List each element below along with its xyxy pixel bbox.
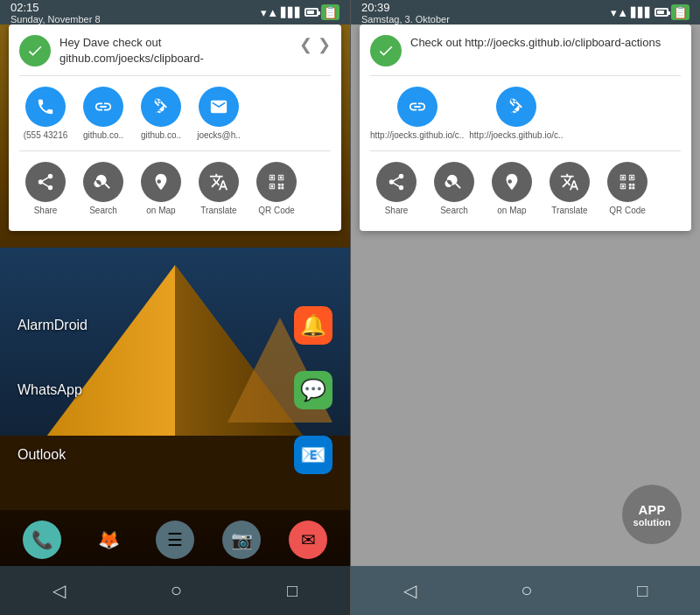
prev-arrow[interactable]: ❮ xyxy=(299,35,312,54)
svg-rect-14 xyxy=(278,184,281,186)
shortcut-phone[interactable]: (555 43216 xyxy=(19,87,72,140)
app-row-outlook[interactable]: Outlook 📧 xyxy=(18,436,350,474)
right-shortcut-link1[interactable]: http://joecks.github.io/c.. xyxy=(370,87,464,140)
right-search-circle[interactable] xyxy=(434,162,474,202)
app-row-alarmdroid[interactable]: AlarmDroid 🔔 xyxy=(18,306,350,345)
right-map-circle[interactable] xyxy=(492,162,532,202)
next-arrow[interactable]: ❯ xyxy=(318,35,331,54)
right-home-button[interactable]: ○ xyxy=(521,579,532,602)
right-action-map-label: on Map xyxy=(497,206,526,215)
right-notif-app-icon xyxy=(370,35,402,66)
right-qr-icon xyxy=(618,172,637,192)
action-qr[interactable]: QR Code xyxy=(250,162,303,215)
outlook-icon[interactable]: 📧 xyxy=(294,436,332,474)
action-map[interactable]: on Map xyxy=(135,162,187,215)
app-row-whatsapp[interactable]: WhatsApp 💬 xyxy=(18,371,350,409)
svg-rect-10 xyxy=(280,177,283,179)
right-shortcut-scissors[interactable]: http://joecks.github.io/c.. xyxy=(469,87,563,140)
notif-app-icon xyxy=(19,35,51,66)
action-translate[interactable]: Translate xyxy=(192,162,245,215)
right-action-search-label: Search xyxy=(440,206,468,215)
svg-rect-17 xyxy=(282,187,284,190)
scissors-circle[interactable] xyxy=(141,87,181,127)
right-back-button[interactable]: ◁ xyxy=(403,580,416,601)
phone-circle[interactable] xyxy=(25,87,66,127)
wifi-icon: ▾▲ xyxy=(261,6,278,19)
svg-rect-30 xyxy=(633,187,635,190)
action-map-label: on Map xyxy=(146,206,175,215)
translate-circle[interactable] xyxy=(199,162,239,202)
right-translate-circle[interactable] xyxy=(550,162,590,202)
svg-rect-7 xyxy=(271,177,274,179)
dock-firefox[interactable]: 🦊 xyxy=(89,521,128,559)
translate-icon xyxy=(209,172,228,192)
recent-button[interactable]: □ xyxy=(287,581,298,601)
right-battery-icon xyxy=(654,8,668,17)
svg-rect-23 xyxy=(631,177,634,179)
dock-row: 📞 🦊 ☰ 📷 ✉ xyxy=(0,514,350,566)
right-action-search[interactable]: Search xyxy=(428,162,480,215)
outlook-label: Outlook xyxy=(18,447,66,463)
right-action-share[interactable]: Share xyxy=(370,162,423,215)
link1-circle[interactable] xyxy=(83,87,123,127)
right-action-translate-label: Translate xyxy=(551,206,587,215)
right-share-circle[interactable] xyxy=(376,162,416,202)
action-share[interactable]: Share xyxy=(19,162,72,215)
signal-icon: ▋▋▋ xyxy=(281,7,302,18)
left-phone: 02:15 Sunday, November 8 ▾▲ ▋▋▋ 📋 Hey Da… xyxy=(0,0,350,615)
notif-arrows[interactable]: ❮ ❯ xyxy=(299,35,331,54)
left-notification-card[interactable]: Hey Dave check out github.com/joecks/cli… xyxy=(9,24,341,231)
left-time: 02:15 xyxy=(10,1,101,14)
right-signal-icon: ▋▋▋ xyxy=(631,7,652,18)
shortcut-link1[interactable]: github.co.. xyxy=(77,87,130,140)
shortcut-email[interactable]: joecks@h.. xyxy=(192,87,245,140)
dock-menu[interactable]: ☰ xyxy=(156,521,194,559)
right-notification-card[interactable]: Check out http://joecks.github.io/clipbo… xyxy=(360,24,691,231)
left-date: Sunday, November 8 xyxy=(10,14,101,24)
whatsapp-icon[interactable]: 💬 xyxy=(294,371,332,409)
scissors-icon xyxy=(151,97,171,116)
action-search[interactable]: Search xyxy=(77,162,130,215)
right-action-translate[interactable]: Translate xyxy=(543,162,596,215)
right-qr-circle[interactable] xyxy=(607,162,648,202)
svg-rect-26 xyxy=(622,185,625,188)
qr-circle[interactable] xyxy=(256,162,297,202)
shortcut-scissors[interactable]: github.co.. xyxy=(135,87,187,140)
dock-phone[interactable]: 📞 xyxy=(23,521,61,559)
right-date: Samstag, 3. Oktober xyxy=(361,14,450,24)
dock-gmail[interactable]: ✉ xyxy=(289,521,327,559)
map-pin-icon xyxy=(151,172,171,192)
right-action-map[interactable]: on Map xyxy=(486,162,538,215)
alarmdroid-icon[interactable]: 🔔 xyxy=(294,306,332,345)
right-action-share-label: Share xyxy=(385,206,409,215)
left-nav-buttons: ◁ ○ □ xyxy=(0,566,350,615)
svg-rect-20 xyxy=(622,177,625,179)
app-icon-small: 📋 xyxy=(321,4,340,20)
share-icon xyxy=(36,172,55,192)
right-shortcut-row: http://joecks.github.io/c.. http://joeck… xyxy=(370,81,681,145)
svg-rect-29 xyxy=(629,187,632,190)
svg-rect-27 xyxy=(629,184,632,186)
email-circle[interactable] xyxy=(199,87,239,127)
battery-icon xyxy=(304,8,318,17)
left-nav-bar: ◁ ○ □ xyxy=(0,566,350,615)
right-scissors-icon xyxy=(507,97,526,116)
right-link1-circle[interactable] xyxy=(397,87,438,127)
right-scissors-circle[interactable] xyxy=(496,87,536,127)
home-apps: AlarmDroid 🔔 WhatsApp 💬 Outlook 📧 xyxy=(18,306,350,500)
right-time: 20:39 xyxy=(361,1,450,14)
shortcut-scissors-label: github.co.. xyxy=(141,130,181,140)
search-circle[interactable] xyxy=(83,162,123,202)
right-share-icon xyxy=(387,172,406,192)
shortcut-phone-label: (555 43216 xyxy=(24,130,68,140)
home-button[interactable]: ○ xyxy=(171,579,182,602)
right-shortcut-scissors-label: http://joecks.github.io/c.. xyxy=(469,130,563,140)
share-circle[interactable] xyxy=(25,162,66,202)
right-action-qr[interactable]: QR Code xyxy=(601,162,654,215)
dock-camera[interactable]: 📷 xyxy=(222,521,261,559)
right-phone: 20:39 Samstag, 3. Oktober ▾▲ ▋▋▋ 📋 Check… xyxy=(350,0,700,615)
right-recent-button[interactable]: □ xyxy=(637,581,648,601)
back-button[interactable]: ◁ xyxy=(52,580,66,601)
right-link-icon xyxy=(408,97,427,116)
map-circle[interactable] xyxy=(141,162,181,202)
